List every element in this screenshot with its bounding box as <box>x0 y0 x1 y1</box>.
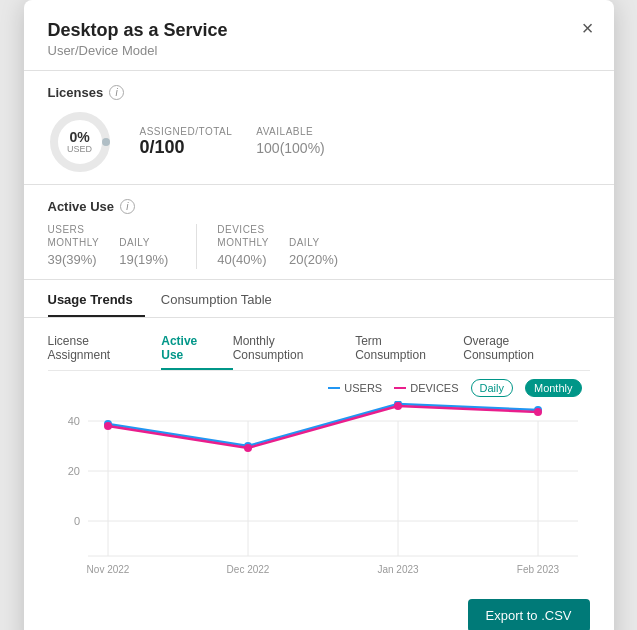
available-value: 100(100%) <box>256 137 325 158</box>
svg-text:Dec 2022: Dec 2022 <box>226 564 269 575</box>
svg-point-24 <box>244 444 252 452</box>
users-monthly-pct: (39%) <box>62 252 97 267</box>
users-daily-pct: (19%) <box>134 252 169 267</box>
svg-text:Jan 2023: Jan 2023 <box>377 564 419 575</box>
tab-consumption-table[interactable]: Consumption Table <box>161 284 284 317</box>
svg-point-23 <box>104 422 112 430</box>
svg-point-26 <box>534 408 542 416</box>
svg-rect-3 <box>394 387 406 389</box>
svg-text:Nov 2022: Nov 2022 <box>86 564 129 575</box>
export-row: Export to .CSV <box>24 591 614 630</box>
devices-daily-val: 20 <box>289 252 303 267</box>
licenses-row: 0% USED ASSIGNED/TOTAL 0/100 AVAILABLE 1… <box>48 110 590 174</box>
svg-text:20: 20 <box>67 465 79 477</box>
users-monthly-val: 39 <box>48 252 62 267</box>
modal: Desktop as a Service User/Device Model ×… <box>24 0 614 630</box>
legend-users-label: USERS <box>344 382 382 394</box>
svg-point-25 <box>394 402 402 410</box>
divider-2 <box>24 279 614 280</box>
users-group: USERS MONTHLY 39(39%) DAILY 19(19%) <box>48 224 169 269</box>
available-stat: AVAILABLE 100(100%) <box>256 126 325 158</box>
assigned-value: 0/100 <box>140 137 233 158</box>
cit-monthly-consumption[interactable]: Monthly Consumption <box>233 328 355 370</box>
close-button[interactable]: × <box>582 18 594 38</box>
cit-term-consumption[interactable]: Term Consumption <box>355 328 463 370</box>
users-stats: MONTHLY 39(39%) DAILY 19(19%) <box>48 237 169 269</box>
tab-usage-trends[interactable]: Usage Trends <box>48 284 145 317</box>
licenses-section: Licenses i 0% USED ASSIGNED/TOTAL 0/100 <box>24 71 614 184</box>
licenses-help-icon[interactable]: i <box>109 85 124 100</box>
modal-subtitle: User/Device Model <box>48 43 590 58</box>
devices-daily-pct: (20%) <box>303 252 338 267</box>
chart-legend: USERS DEVICES Daily Monthly <box>48 379 590 397</box>
active-use-section: Active Use i USERS MONTHLY 39(39%) DAILY <box>24 185 614 279</box>
chart-area: 40 20 0 Nov 2022 Dec 2022 Jan 2023 Feb 2… <box>48 401 590 581</box>
devices-monthly-pct: (40%) <box>232 252 267 267</box>
devices-group: DEVICES MONTHLY 40(40%) DAILY 20(20%) <box>217 224 338 269</box>
svg-rect-2 <box>328 387 340 389</box>
active-use-row: USERS MONTHLY 39(39%) DAILY 19(19%) <box>48 224 590 269</box>
cit-license-assignment[interactable]: License Assignment <box>48 328 162 370</box>
monthly-toggle[interactable]: Monthly <box>525 379 582 397</box>
devices-monthly: MONTHLY 40(40%) <box>217 237 269 269</box>
export-button[interactable]: Export to .CSV <box>468 599 590 630</box>
legend-devices: DEVICES <box>394 382 458 394</box>
users-legend-icon <box>328 386 340 390</box>
cit-overage-consumption[interactable]: Overage Consumption <box>463 328 589 370</box>
main-tabs: Usage Trends Consumption Table <box>24 284 614 318</box>
donut-text: 0% USED <box>67 130 92 154</box>
modal-title: Desktop as a Service <box>48 20 590 41</box>
au-divider <box>196 224 197 269</box>
licenses-stats: ASSIGNED/TOTAL 0/100 AVAILABLE 100(100%) <box>140 126 325 158</box>
cit-active-use[interactable]: Active Use <box>161 328 232 370</box>
donut-used: USED <box>67 144 92 154</box>
active-use-help-icon[interactable]: i <box>120 199 135 214</box>
donut-chart: 0% USED <box>48 110 112 174</box>
devices-daily: DAILY 20(20%) <box>289 237 338 269</box>
legend-users: USERS <box>328 382 382 394</box>
users-monthly: MONTHLY 39(39%) <box>48 237 100 269</box>
donut-pct: 0% <box>67 130 92 144</box>
line-chart: 40 20 0 Nov 2022 Dec 2022 Jan 2023 Feb 2… <box>48 401 590 581</box>
licenses-label: Licenses i <box>48 85 590 100</box>
svg-text:0: 0 <box>73 515 79 527</box>
assigned-total-stat: ASSIGNED/TOTAL 0/100 <box>140 126 233 158</box>
svg-text:40: 40 <box>67 415 79 427</box>
legend-devices-label: DEVICES <box>410 382 458 394</box>
devices-monthly-val: 40 <box>217 252 231 267</box>
daily-toggle[interactable]: Daily <box>471 379 513 397</box>
chart-container: License Assignment Active Use Monthly Co… <box>24 318 614 591</box>
devices-legend-icon <box>394 386 406 390</box>
active-use-label: Active Use i <box>48 199 590 214</box>
chart-inner-tabs: License Assignment Active Use Monthly Co… <box>48 328 590 371</box>
modal-header: Desktop as a Service User/Device Model × <box>24 0 614 71</box>
users-daily-val: 19 <box>119 252 133 267</box>
devices-stats: MONTHLY 40(40%) DAILY 20(20%) <box>217 237 338 269</box>
users-daily: DAILY 19(19%) <box>119 237 168 269</box>
svg-text:Feb 2023: Feb 2023 <box>516 564 559 575</box>
